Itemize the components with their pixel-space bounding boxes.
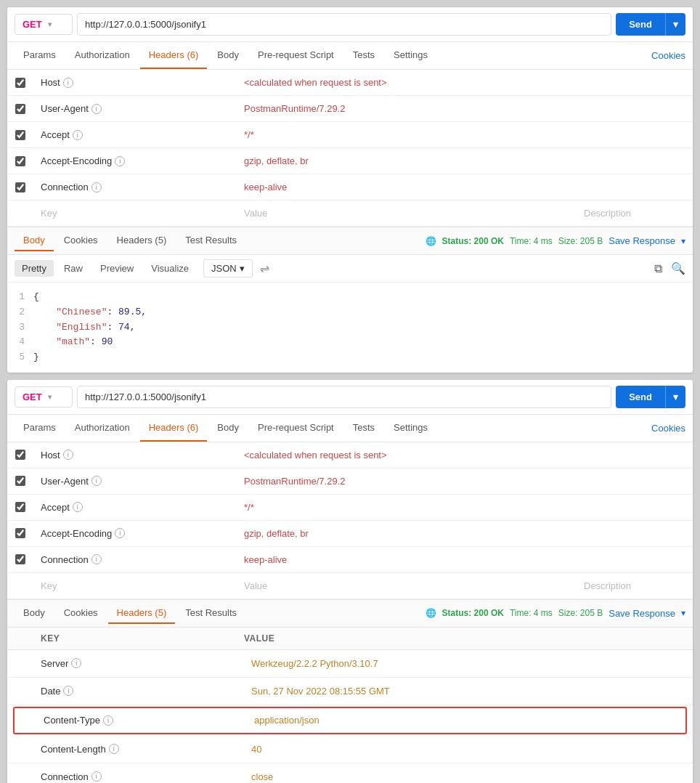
send-arrow-2[interactable]: ▾	[665, 386, 685, 408]
tab-tests-1[interactable]: Tests	[344, 42, 383, 69]
header-row-conn-1: Connection i keep-alive	[7, 174, 693, 200]
tab-auth-1[interactable]: Authorization	[66, 42, 139, 69]
key-placeholder-1: Key	[33, 203, 237, 223]
check-ua-2[interactable]	[7, 476, 33, 486]
cookies-link-1[interactable]: Cookies	[651, 43, 685, 68]
info-encoding-2: i	[115, 528, 125, 538]
key-accept-2: Accept i	[33, 498, 237, 517]
fmt-tab-pretty-1[interactable]: Pretty	[15, 260, 54, 277]
check-conn-2[interactable]	[7, 554, 33, 564]
save-response-chevron-1[interactable]: ▾	[681, 236, 685, 246]
key-ua-2: User-Agent i	[33, 471, 237, 491]
checkbox-host-2[interactable]	[15, 450, 25, 460]
rh-val-connection-resp: close	[244, 767, 693, 783]
key-host-text-1: Host	[41, 77, 60, 88]
cookies-link-2[interactable]: Cookies	[651, 415, 685, 441]
rh-val-content-length: 40	[244, 739, 693, 759]
tab-prerequest-2[interactable]: Pre-request Script	[249, 415, 343, 442]
checkbox-ua-2[interactable]	[15, 476, 25, 486]
key-host-text-2: Host	[41, 450, 60, 461]
url-input-2[interactable]	[77, 386, 611, 408]
checkbox-host-1[interactable]	[15, 78, 25, 88]
resp-tab-testresults-2[interactable]: Test Results	[176, 603, 245, 624]
tab-params-2[interactable]: Params	[15, 415, 65, 442]
tab-headers-2[interactable]: Headers (6)	[140, 415, 208, 442]
checkbox-accept-1[interactable]	[15, 130, 25, 140]
send-button-2[interactable]: Send ▾	[616, 386, 685, 408]
tab-body-2[interactable]: Body	[208, 415, 248, 442]
copy-icon-1[interactable]: ⧉	[654, 262, 662, 275]
code-line-1: 1 {	[7, 290, 685, 305]
fmt-tab-preview-1[interactable]: Preview	[93, 260, 141, 277]
checkbox-ua-1[interactable]	[15, 104, 25, 114]
send-button-1[interactable]: Send ▾	[616, 13, 685, 36]
val-accept-2: */*	[237, 498, 577, 517]
rh-key-date: Date i	[41, 681, 244, 701]
checkbox-conn-2[interactable]	[15, 554, 25, 564]
val-host-2: <calculated when request is sent>	[237, 445, 577, 465]
save-response-2[interactable]: Save Response	[609, 608, 675, 619]
desc-conn-2	[577, 555, 693, 564]
checkbox-accept-2[interactable]	[15, 502, 25, 512]
checkbox-conn-1[interactable]	[15, 182, 25, 192]
desc-host-1	[577, 78, 693, 87]
resp-tab-testresults-1[interactable]: Test Results	[176, 230, 245, 251]
method-chevron-2: ▾	[48, 393, 52, 401]
fmt-tab-visualize-1[interactable]: Visualize	[144, 260, 196, 277]
send-arrow-1[interactable]: ▾	[665, 13, 685, 36]
check-conn-1[interactable]	[7, 182, 33, 192]
desc-ua-2	[577, 476, 693, 485]
key-conn-2: Connection i	[33, 550, 237, 569]
headers-table-1: Host i <calculated when request is sent>…	[7, 70, 693, 227]
code-line-3: 3 "English": 74,	[7, 320, 685, 336]
resp-tab-headers-2[interactable]: Headers (5)	[108, 603, 176, 624]
tab-body-1[interactable]: Body	[208, 42, 248, 69]
search-icon-1[interactable]: 🔍	[671, 261, 685, 275]
tab-tests-2[interactable]: Tests	[344, 415, 383, 442]
resp-tab-body-2[interactable]: Body	[15, 603, 54, 624]
body-viewer-1: Pretty Raw Preview Visualize JSON ▾ ⇌ ⧉ …	[7, 255, 693, 373]
response-status-2: 🌐 Status: 200 OK Time: 4 ms Size: 205 B …	[426, 608, 685, 619]
check-accept-2[interactable]	[7, 502, 33, 512]
method-select-2[interactable]: GET ▾	[15, 386, 73, 407]
checkbox-encoding-1[interactable]	[15, 156, 25, 166]
code-content-2: "Chinese": 89.5,	[33, 305, 147, 320]
code-line-5: 5 }	[7, 350, 685, 365]
check-ua-1[interactable]	[7, 104, 33, 114]
tab-settings-2[interactable]: Settings	[385, 415, 436, 442]
resp-tab-headers-1[interactable]: Headers (5)	[108, 230, 176, 251]
tab-settings-1[interactable]: Settings	[385, 42, 436, 69]
check-encoding-2[interactable]	[7, 528, 33, 538]
tab-params-1[interactable]: Params	[15, 42, 65, 69]
resp-tab-body-1[interactable]: Body	[15, 230, 54, 251]
status-ok-1: Status: 200 OK	[442, 236, 504, 246]
json-dropdown-label-1: JSON	[211, 263, 237, 274]
check-host-1[interactable]	[7, 78, 33, 88]
code-area-1: 1 { 2 "Chinese": 89.5, 3 "English": 74, …	[7, 283, 693, 373]
json-dropdown-1[interactable]: JSON ▾	[203, 259, 253, 277]
check-encoding-1[interactable]	[7, 156, 33, 166]
check-host-2[interactable]	[7, 450, 33, 460]
resp-header-row-server: Server i Werkzeug/2.2.2 Python/3.10.7	[7, 650, 693, 678]
save-response-1[interactable]: Save Response	[609, 235, 675, 246]
resp-tab-cookies-2[interactable]: Cookies	[55, 603, 107, 624]
save-response-chevron-2[interactable]: ▾	[681, 608, 685, 618]
fmt-tab-raw-1[interactable]: Raw	[57, 260, 90, 277]
info-host-2: i	[63, 450, 73, 460]
resp-tab-cookies-1[interactable]: Cookies	[55, 230, 107, 251]
checkbox-encoding-2[interactable]	[15, 528, 25, 538]
desc-encoding-1	[577, 157, 693, 166]
info-accept-1: i	[73, 130, 83, 140]
key-accept-text-2: Accept	[41, 502, 70, 513]
info-conn-1: i	[91, 182, 102, 192]
method-select-1[interactable]: GET ▾	[15, 14, 73, 35]
tab-auth-2[interactable]: Authorization	[66, 415, 139, 442]
wrap-icon-1[interactable]: ⇌	[260, 261, 269, 275]
code-brace-close-1: }	[33, 350, 39, 365]
tab-prerequest-1[interactable]: Pre-request Script	[249, 42, 343, 69]
url-input-1[interactable]	[77, 13, 611, 36]
info-accept-2: i	[73, 502, 83, 512]
check-accept-1[interactable]	[7, 130, 33, 140]
tab-headers-1[interactable]: Headers (6)	[140, 42, 208, 69]
resp-headers-col-header-2: KEY VALUE	[7, 628, 693, 650]
